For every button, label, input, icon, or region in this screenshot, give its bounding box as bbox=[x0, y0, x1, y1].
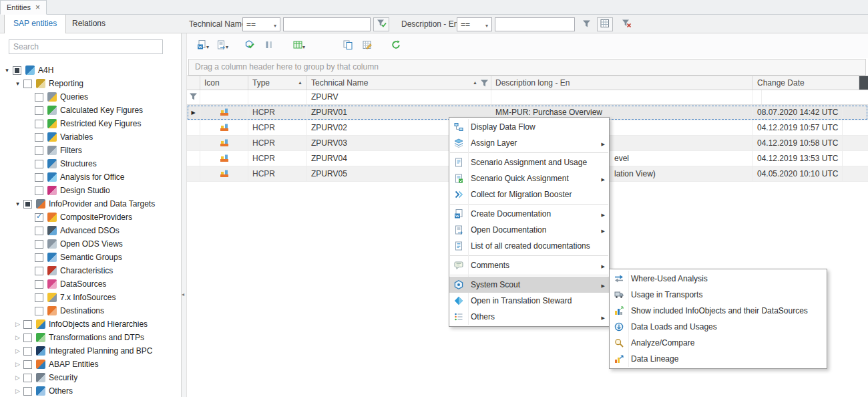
tree-item-filters[interactable]: Filters bbox=[0, 144, 181, 157]
tab-relations[interactable]: Relations bbox=[64, 15, 114, 33]
menu-item-scenario-assignment-and-usage[interactable]: Scenario Assignment and Usage bbox=[449, 154, 609, 170]
checkbox[interactable] bbox=[23, 347, 32, 356]
checkbox[interactable] bbox=[35, 133, 43, 142]
checkbox[interactable] bbox=[35, 106, 43, 115]
tree-item-security[interactable]: Security bbox=[0, 371, 181, 384]
display-options-button[interactable] bbox=[264, 38, 281, 54]
checkbox[interactable] bbox=[23, 374, 32, 382]
grid-settings-button[interactable] bbox=[362, 38, 379, 54]
tree-item-transformations-and-dtps[interactable]: Transformations and DTPs bbox=[0, 331, 181, 344]
column-header-technical-name[interactable]: Technical Name bbox=[307, 76, 491, 90]
tree-item-compositeproviders[interactable]: CompositeProviders bbox=[0, 211, 181, 224]
checkbox[interactable] bbox=[35, 280, 43, 289]
filter-cell-description[interactable] bbox=[491, 90, 753, 104]
menu-item-data-loads-and-usages[interactable]: Data Loads and Usages bbox=[610, 319, 827, 335]
checkbox[interactable] bbox=[23, 387, 32, 396]
tree-item-structures[interactable]: Structures bbox=[0, 157, 181, 170]
tree-item-open-ods-views[interactable]: Open ODS Views bbox=[0, 237, 181, 251]
expand-collapse-icon[interactable] bbox=[13, 361, 22, 368]
menu-item-assign-layer[interactable]: Assign Layer bbox=[449, 135, 609, 151]
column-header-change-date[interactable]: Change Date bbox=[753, 76, 859, 90]
expand-collapse-icon[interactable] bbox=[13, 321, 22, 327]
tree-item-7-x-infosources[interactable]: 7.x InfoSources bbox=[0, 291, 181, 304]
menu-item-open-in-translation-steward[interactable]: Open in Translation Steward bbox=[449, 293, 609, 309]
create-documentation-button[interactable] bbox=[196, 38, 214, 54]
column-chooser-button[interactable] bbox=[859, 76, 868, 90]
scout-assignments-button[interactable] bbox=[244, 38, 262, 54]
tree-item-analysis-for-office[interactable]: Analysis for Office bbox=[0, 170, 181, 184]
checkbox[interactable] bbox=[35, 253, 43, 262]
menu-item-others[interactable]: Others bbox=[449, 309, 609, 325]
clear-filter-button[interactable] bbox=[618, 17, 634, 31]
menu-item-list-of-all-created-documentations[interactable]: List of all created documentations bbox=[449, 238, 609, 254]
column-header-type[interactable]: Type bbox=[248, 76, 307, 90]
tree-item-variables[interactable]: Variables bbox=[0, 130, 181, 144]
checkbox[interactable] bbox=[23, 80, 32, 88]
filter-settings-button[interactable] bbox=[597, 17, 613, 31]
menu-item-display-data-flow[interactable]: Display Data Flow bbox=[449, 119, 609, 135]
checkbox[interactable] bbox=[23, 334, 32, 342]
tree-item-design-studio[interactable]: Design Studio bbox=[0, 184, 181, 197]
open-documentation-button[interactable] bbox=[216, 38, 233, 54]
checkbox[interactable] bbox=[35, 160, 43, 168]
menu-item-comments[interactable]: Comments bbox=[449, 257, 609, 273]
refresh-button[interactable] bbox=[391, 38, 408, 54]
tree-item-destinations[interactable]: Destinations bbox=[0, 304, 181, 317]
description-filter-input[interactable] bbox=[495, 17, 575, 31]
expand-collapse-icon[interactable] bbox=[3, 67, 11, 74]
menu-item-create-documentation[interactable]: Create Documentation bbox=[449, 206, 609, 222]
expand-collapse-icon[interactable] bbox=[13, 374, 22, 381]
filter-button[interactable] bbox=[578, 17, 594, 31]
checkbox[interactable] bbox=[35, 173, 43, 182]
menu-item-open-documentation[interactable]: Open Documentation bbox=[449, 222, 609, 238]
dropdown-caret-icon[interactable] bbox=[226, 41, 232, 51]
filter-cell-change-date[interactable] bbox=[753, 90, 762, 104]
checkbox[interactable] bbox=[35, 267, 43, 275]
tab-sap-entities[interactable]: SAP entities bbox=[4, 15, 66, 33]
filter-cell-type[interactable] bbox=[248, 90, 307, 104]
checkbox[interactable] bbox=[35, 293, 43, 302]
checkbox[interactable] bbox=[23, 360, 32, 369]
menu-item-collect-for-migration-booster[interactable]: Collect for Migration Booster bbox=[449, 186, 609, 203]
tree-item-integrated-planning-and-bpc[interactable]: Integrated Planning and BPC bbox=[0, 344, 181, 358]
tree-item-advanced-dsos[interactable]: Advanced DSOs bbox=[0, 224, 181, 237]
expand-collapse-icon[interactable] bbox=[13, 334, 22, 341]
column-header-description[interactable]: Description long - En bbox=[491, 76, 753, 90]
description-operator-select[interactable]: == bbox=[457, 17, 492, 31]
column-filter-funnel-icon[interactable] bbox=[480, 79, 489, 90]
checkbox[interactable] bbox=[23, 320, 32, 329]
menu-item-data-lineage[interactable]: Data Lineage bbox=[610, 351, 827, 367]
apply-filter-button[interactable] bbox=[373, 17, 389, 31]
tree-item-infoobjects-and-hierarchies[interactable]: InfoObjects and Hierarchies bbox=[0, 317, 181, 331]
close-icon[interactable]: × bbox=[35, 3, 40, 11]
filter-cell-icon[interactable] bbox=[200, 90, 248, 104]
technical-name-operator-select[interactable]: == bbox=[242, 17, 280, 31]
tree-item-queries[interactable]: Queries bbox=[0, 90, 181, 104]
tree-item-restricted-key-figures[interactable]: Restricted Key Figures bbox=[0, 117, 181, 130]
panel-splitter[interactable] bbox=[182, 33, 187, 397]
tree-item-a4h[interactable]: A4H bbox=[0, 63, 181, 77]
checkbox[interactable] bbox=[35, 146, 43, 155]
expand-collapse-icon[interactable] bbox=[13, 348, 22, 354]
tree-item-reporting[interactable]: Reporting bbox=[0, 77, 181, 90]
tree-item-abap-entities[interactable]: ABAP Entities bbox=[0, 358, 181, 371]
group-by-panel[interactable]: Drag a column header here to group by th… bbox=[188, 59, 866, 76]
menu-item-system-scout[interactable]: System Scout bbox=[449, 277, 609, 293]
filter-cell-technical-name[interactable]: ZPURV bbox=[307, 90, 491, 104]
tree-item-characteristics[interactable]: Characteristics bbox=[0, 264, 181, 277]
menu-item-show-included-infoobjects-and-their-datasources[interactable]: Show included InfoObjects and their Data… bbox=[610, 303, 827, 319]
checkbox[interactable] bbox=[13, 66, 21, 75]
menu-item-scenario-quick-assignment[interactable]: Scenario Quick Assignment bbox=[449, 170, 609, 186]
expand-collapse-icon[interactable] bbox=[13, 201, 22, 207]
column-header-icon[interactable]: Icon bbox=[200, 76, 248, 90]
dropdown-caret-icon[interactable] bbox=[302, 41, 309, 51]
copy-button[interactable] bbox=[343, 38, 360, 54]
dropdown-caret-icon[interactable] bbox=[206, 41, 213, 51]
tree-item-infoprovider-and-data-targets[interactable]: InfoProvider and Data Targets bbox=[0, 197, 181, 211]
menu-item-analyze-compare[interactable]: Analyze/Compare bbox=[610, 335, 827, 351]
tree-item-semantic-groups[interactable]: Semantic Groups bbox=[0, 251, 181, 264]
export-button[interactable] bbox=[292, 38, 310, 54]
menu-item-where-used-analysis[interactable]: Where-Used Analysis bbox=[610, 271, 827, 287]
checkbox[interactable] bbox=[35, 93, 43, 102]
checkbox[interactable] bbox=[35, 186, 43, 195]
